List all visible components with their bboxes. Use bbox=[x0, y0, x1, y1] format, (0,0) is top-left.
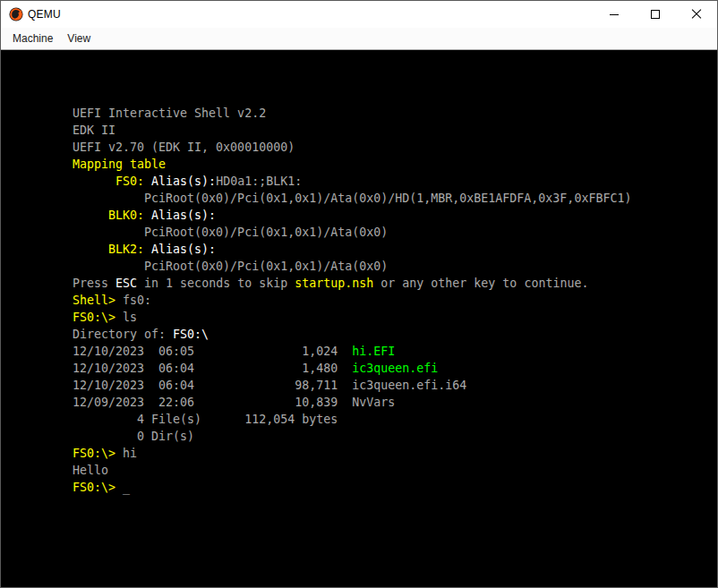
terminal-line: 0 Dir(s) bbox=[73, 428, 631, 445]
terminal-line: 12/10/2023 06:04 98,711 ic3queen.efi.i64 bbox=[73, 377, 631, 394]
close-icon bbox=[691, 9, 702, 20]
window-title: QEMU bbox=[28, 8, 61, 21]
terminal-line: BLK0: Alias(s): bbox=[73, 207, 631, 224]
terminal-line: Press ESC in 1 seconds to skip startup.n… bbox=[73, 275, 631, 292]
terminal-line: 4 File(s) 112,054 bytes bbox=[73, 411, 631, 428]
terminal-line: FS0:\> hi bbox=[73, 445, 631, 462]
close-button[interactable] bbox=[676, 1, 717, 28]
terminal-line: 12/10/2023 06:05 1,024 hi.EFI bbox=[73, 343, 631, 360]
terminal-line: PciRoot(0x0)/Pci(0x1,0x1)/Ata(0x0)/HD(1,… bbox=[73, 190, 631, 207]
maximize-icon bbox=[651, 10, 660, 19]
terminal-line: 12/10/2023 06:04 1,480 ic3queen.efi bbox=[73, 360, 631, 377]
maximize-button[interactable] bbox=[635, 1, 676, 28]
terminal-line: PciRoot(0x0)/Pci(0x1,0x1)/Ata(0x0) bbox=[73, 258, 631, 275]
terminal-line: PciRoot(0x0)/Pci(0x1,0x1)/Ata(0x0) bbox=[73, 224, 631, 241]
titlebar[interactable]: QEMU bbox=[1, 1, 717, 28]
menubar: Machine View bbox=[1, 28, 717, 50]
minimize-button[interactable] bbox=[594, 1, 635, 28]
terminal-line: UEFI Interactive Shell v2.2 bbox=[73, 105, 631, 122]
terminal-line: UEFI v2.70 (EDK II, 0x00010000) bbox=[73, 139, 631, 156]
terminal-line: FS0:\> ls bbox=[73, 309, 631, 326]
terminal-line: Mapping table bbox=[73, 156, 631, 173]
terminal-line: Directory of: FS0:\ bbox=[73, 326, 631, 343]
terminal-line: FS0:\> _ bbox=[73, 479, 631, 496]
terminal-line: BLK2: Alias(s): bbox=[73, 241, 631, 258]
terminal-line: Shell> fs0: bbox=[73, 292, 631, 309]
window-controls bbox=[594, 1, 717, 28]
terminal-line: EDK II bbox=[73, 122, 631, 139]
terminal-line: Hello bbox=[73, 462, 631, 479]
menu-view[interactable]: View bbox=[60, 29, 98, 48]
terminal-line: FS0: Alias(s):HD0a1:;BLK1: bbox=[73, 173, 631, 190]
guest-display[interactable]: UEFI Interactive Shell v2.2EDK IIUEFI v2… bbox=[1, 50, 717, 587]
terminal-output: UEFI Interactive Shell v2.2EDK IIUEFI v2… bbox=[73, 105, 631, 496]
qemu-window: QEMU Machine View UEFI Interactive Shell… bbox=[0, 0, 718, 588]
menu-machine[interactable]: Machine bbox=[5, 29, 60, 48]
qemu-logo-icon bbox=[9, 7, 23, 21]
minimize-icon bbox=[610, 14, 619, 15]
terminal-line: 12/09/2023 22:06 10,839 NvVars bbox=[73, 394, 631, 411]
